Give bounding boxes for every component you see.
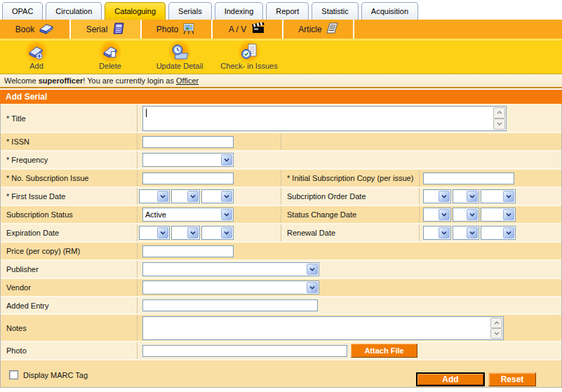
tab-acquisition[interactable]: Acquisition [361, 2, 418, 20]
subtab-serial[interactable]: Serial [71, 20, 142, 39]
chevron-down-icon[interactable] [157, 227, 168, 238]
subscription-order-date-select-2[interactable] [453, 189, 479, 203]
chevron-down-icon[interactable] [221, 154, 232, 165]
chevron-down-icon[interactable] [439, 191, 450, 202]
title-textarea[interactable] [142, 106, 507, 131]
field-label: * Frequency [1, 151, 138, 168]
first-issue-date-select-2[interactable] [171, 189, 200, 203]
scroll-down-icon[interactable] [493, 119, 505, 130]
textarea-scrollbar[interactable] [493, 107, 505, 130]
field-label: * Title [1, 104, 138, 132]
form-row-expiration-date: Expiration Date Renewal Date [1, 224, 561, 241]
scroll-down-icon[interactable] [490, 328, 502, 339]
tab-indexing[interactable]: Indexing [215, 2, 264, 20]
renewal-date-select-2[interactable] [453, 226, 479, 240]
scroll-up-icon[interactable] [490, 318, 502, 328]
chevron-down-icon[interactable] [187, 191, 199, 202]
toolbar-check-in-issues-button[interactable]: Check- in Issues [210, 42, 288, 70]
no-subscription-issue-input[interactable] [142, 173, 234, 184]
expiration-date-select-1[interactable] [139, 226, 170, 240]
expiration-date-select-3[interactable] [201, 226, 234, 240]
form-footer: Display MARC Tag Add Reset [1, 360, 561, 387]
add-button[interactable]: Add [416, 372, 485, 386]
subnav-filler [354, 20, 562, 39]
vendor-select[interactable] [142, 281, 319, 295]
tab-report[interactable]: Report [266, 2, 309, 20]
chevron-down-icon[interactable] [467, 227, 478, 238]
add-serial-form: * Title * ISSN * Frequency [0, 104, 562, 388]
photo-icon [182, 22, 196, 36]
renewal-date-select-3[interactable] [481, 226, 516, 240]
subtab-photo[interactable]: Photo [142, 20, 213, 39]
empty-cell [281, 133, 561, 150]
first-issue-date-select-3[interactable] [201, 189, 234, 203]
subtab-book[interactable]: Book [0, 20, 71, 39]
display-marc-checkbox[interactable] [9, 370, 18, 379]
field-label: Price (per copy) (RM) [1, 243, 138, 259]
toolbar-add-button[interactable]: Add [0, 42, 75, 70]
tab-statistic[interactable]: Statistic [312, 2, 359, 20]
chevron-down-icon[interactable] [307, 264, 318, 275]
frequency-select[interactable] [142, 153, 234, 167]
subscription-order-date-select-1[interactable] [423, 189, 451, 203]
tab-opac[interactable]: OPAC [2, 2, 43, 20]
chevron-down-icon[interactable] [503, 227, 514, 238]
chevron-down-icon[interactable] [307, 282, 318, 293]
renewal-date-select-1[interactable] [423, 226, 451, 240]
chevron-down-icon[interactable] [221, 191, 232, 202]
status-change-date-select-2[interactable] [453, 208, 479, 222]
status-change-date-select-1[interactable] [423, 208, 451, 222]
form-row-issn: * ISSN [1, 133, 561, 150]
expiration-date-select-2[interactable] [171, 226, 200, 240]
subscription-status-select[interactable]: Active [142, 208, 234, 222]
subtab-label: Book [15, 25, 34, 34]
subscription-order-date-select-3[interactable] [481, 189, 516, 203]
notes-textarea[interactable] [142, 316, 504, 340]
field-label: * No. Subscription Issue [1, 170, 138, 187]
delete-serial-icon [100, 42, 120, 61]
tab-cataloguing[interactable]: Cataloguing [105, 2, 166, 20]
chevron-down-icon[interactable] [439, 227, 450, 238]
chevron-down-icon[interactable] [503, 209, 514, 220]
chevron-down-icon[interactable] [467, 191, 478, 202]
price-input[interactable] [142, 245, 234, 257]
toolbar-delete-button[interactable]: Delete [72, 42, 149, 70]
subtab-label: Serial [86, 25, 108, 34]
subtab-article[interactable]: Article [283, 20, 354, 39]
chevron-down-icon[interactable] [157, 191, 168, 202]
photo-input[interactable] [142, 345, 347, 357]
subtab-av[interactable]: A / V [213, 20, 283, 39]
text-cursor [146, 109, 147, 117]
toolbar-update-detail-button[interactable]: Update Detail [141, 42, 218, 70]
chevron-down-icon[interactable] [221, 227, 232, 238]
field-label: Vendor [1, 279, 138, 296]
form-row-notes: Notes [1, 315, 561, 341]
chevron-down-icon[interactable] [187, 227, 199, 238]
added-entry-input[interactable] [142, 299, 318, 311]
subtab-label: A / V [229, 25, 246, 34]
chevron-down-icon[interactable] [467, 209, 478, 220]
subtab-label: Article [298, 25, 321, 34]
role-link[interactable]: Officer [176, 76, 199, 85]
attach-file-button[interactable]: Attach File [351, 344, 417, 358]
chevron-down-icon[interactable] [503, 191, 514, 202]
first-issue-date-select-1[interactable] [139, 189, 170, 203]
tab-circulation[interactable]: Circulation [46, 2, 102, 20]
tab-serials[interactable]: Serials [168, 2, 212, 20]
issn-input[interactable] [142, 136, 234, 148]
publisher-select[interactable] [142, 262, 319, 276]
field-label: Status Change Date [281, 206, 420, 223]
field-label: * Initial Subscription Copy (per issue) [281, 170, 420, 187]
chevron-down-icon[interactable] [439, 209, 450, 220]
reset-button[interactable]: Reset [488, 372, 536, 386]
scroll-up-icon[interactable] [493, 107, 505, 119]
chevron-down-icon[interactable] [221, 209, 232, 220]
book-icon [39, 22, 54, 36]
field-label: * First Issue Date [1, 188, 138, 205]
serial-icon [112, 22, 125, 36]
status-change-date-select-3[interactable] [481, 208, 516, 222]
form-row-publisher: Publisher [1, 261, 561, 278]
form-row-price: Price (per copy) (RM) [1, 243, 561, 259]
initial-subscription-copy-input[interactable] [423, 173, 514, 184]
textarea-scrollbar[interactable] [490, 318, 502, 339]
